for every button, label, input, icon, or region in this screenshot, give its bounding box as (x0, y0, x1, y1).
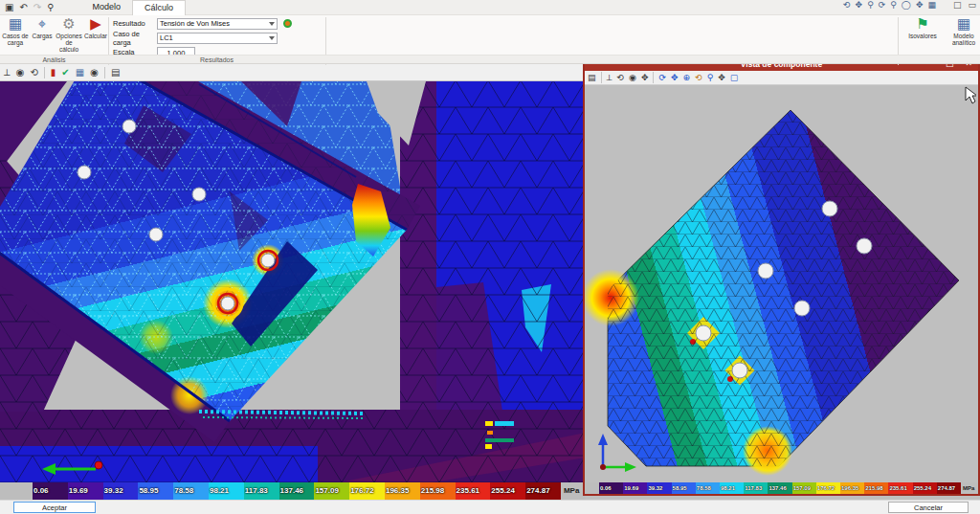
colorbar-segment: 98.21 (209, 482, 244, 500)
calculate-button-label: Calcular (82, 33, 109, 39)
toolbar-separator (653, 72, 654, 83)
zoom-in-icon[interactable]: ⚲ (867, 1, 874, 10)
colorbar-segment: 235.61 (456, 482, 491, 500)
colorbar-segment: 157.09 (792, 482, 816, 494)
analytical-model-button-icon: ▦ (944, 17, 980, 32)
results-group-label: Resultados (108, 56, 325, 63)
quick-access-toolbar: ▣↶↷⚲ (0, 3, 55, 12)
isovalues-button-label: Isovalores (902, 33, 943, 39)
orbit-icon[interactable]: ⟲ (695, 74, 702, 82)
result-select-value: Tensión de Von Mises (160, 19, 230, 28)
tab-modelo[interactable]: Modelo (81, 0, 133, 15)
component-view-window[interactable]: Vista de componente □✕ ▤⟂⟲◉✥⟳✥⊕⟲⚲✥▢ (583, 55, 980, 496)
calculate-button-icon: ▶ (82, 17, 109, 32)
colorbar-unit: MPa (961, 482, 978, 494)
calc-options-button[interactable]: ⚙Opciones de cálculo (56, 16, 82, 54)
colorbar-segment: 19.69 (68, 482, 103, 500)
main-3d-viewport[interactable] (0, 81, 586, 500)
save-icon[interactable]: ▣ (5, 3, 13, 12)
form-icon[interactable]: ▤ (588, 74, 596, 82)
rotate-icon[interactable]: ⟲ (617, 74, 625, 82)
colorbar-segment: 196.35 (385, 482, 420, 500)
colorbar-segment: 78.58 (173, 482, 209, 500)
refresh-icon[interactable]: ⟳ (879, 1, 886, 10)
export-view-icon[interactable]: ▤ (111, 68, 120, 78)
eye-icon[interactable]: ◉ (629, 74, 636, 82)
colorbar-segment: 235.61 (888, 482, 912, 494)
load-cases-button[interactable]: ▦Casos de carga (2, 16, 29, 54)
colorbar-lead (0, 482, 33, 500)
load-case-select[interactable]: LC1 (157, 33, 278, 44)
accept-button[interactable]: Aceptar (13, 502, 96, 513)
component-stress-color-scale: 0.0619.6939.3258.9578.5898.21117.83137.4… (585, 482, 978, 494)
triad-icon[interactable]: ⟂ (607, 74, 612, 82)
rotate-view-icon[interactable]: ⟳ (658, 74, 666, 82)
loads-button[interactable]: ⌖Cargas (29, 16, 56, 54)
ribbon: ▦Casos de carga⌖Cargas⚙Opciones de cálcu… (0, 15, 980, 55)
result-status-icon (283, 19, 292, 28)
eye-icon[interactable]: ◉ (90, 68, 99, 78)
panel-icon[interactable]: ▭ (968, 1, 976, 10)
sphere-view-icon[interactable]: ◯ (902, 1, 911, 10)
toolbar-separator (104, 67, 105, 78)
colorbar-segment: 39.32 (647, 482, 671, 494)
component-plate-scene (585, 85, 976, 481)
zoom-extents-icon[interactable]: ✥ (671, 74, 679, 82)
component-view-canvas[interactable] (585, 85, 978, 482)
result-select-label: Resultado (113, 19, 157, 28)
capture-icon[interactable]: ▦ (927, 1, 936, 10)
colorbar-segment: 274.87 (937, 482, 961, 494)
redo-icon[interactable]: ↷ (33, 3, 41, 12)
search-icon[interactable]: ⚲ (47, 3, 54, 12)
load-case-select-row: Caso de cargaLC1 (113, 32, 278, 44)
orbit-icon[interactable]: ⟲ (30, 68, 37, 78)
load-cases-button-label: Casos de carga (2, 33, 29, 46)
fea-scene (0, 81, 586, 500)
colorbar-segment: 196.35 (840, 482, 864, 494)
move-icon[interactable]: ✥ (641, 74, 649, 82)
maximize-icon[interactable]: □ (953, 1, 962, 10)
colorbar-segment: 255.24 (913, 482, 937, 494)
result-select[interactable]: Tensión de Von Mises (157, 18, 278, 30)
colorbar-segment: 39.32 (103, 482, 139, 500)
zoom-window-icon[interactable]: ⚲ (707, 74, 714, 82)
window-controls: □▭ (953, 1, 976, 10)
colorbar-segment: 58.95 (672, 482, 696, 494)
load-case-select-label: Caso de carga (113, 30, 157, 47)
rotate-icon[interactable]: ⟲ (843, 1, 851, 10)
triad-icon[interactable]: ⟂ (4, 68, 11, 78)
calculate-button[interactable]: ▶Calcular (82, 16, 109, 54)
loads-button-icon: ⌖ (29, 17, 56, 32)
view-orient-icon[interactable]: ◉ (16, 68, 25, 78)
calc-options-button-icon: ⚙ (56, 17, 82, 32)
cancel-button[interactable]: Cancelar (888, 502, 969, 513)
toolbar-separator (44, 67, 45, 78)
zoom-window-icon[interactable]: ⚲ (890, 1, 897, 10)
colorbar-segment: 215.98 (420, 482, 456, 500)
undo-icon[interactable]: ↶ (19, 3, 27, 12)
colorbar-segment: 78.58 (696, 482, 720, 494)
isovalues-button-icon: ⚑ (902, 17, 943, 32)
colorbar-segment: 58.95 (138, 482, 173, 500)
chevron-down-icon (269, 22, 275, 26)
colorbar-segment: 137.46 (279, 482, 315, 500)
colorbar-segment: 98.21 (720, 482, 744, 494)
app-titlebar: ▣↶↷⚲ ModeloCálculo ⟲✥⚲⟳⚲◯✥▦ □▭ (0, 0, 980, 15)
pan-icon[interactable]: ✥ (916, 1, 924, 10)
colorbar-segment: 117.83 (744, 482, 768, 494)
pan-icon[interactable]: ✥ (718, 74, 725, 82)
check-grid-icon[interactable]: ✔ (61, 68, 69, 78)
monitor-icon[interactable]: ▢ (730, 74, 739, 82)
colorbar-lead (585, 482, 599, 494)
zoom-extents-icon[interactable]: ✥ (856, 1, 863, 10)
report-icon[interactable]: ▮ (51, 68, 56, 78)
load-case-select-value: LC1 (160, 34, 173, 42)
tab-calculo[interactable]: Cálculo (132, 0, 186, 15)
colorbar-segment: 274.87 (525, 482, 561, 500)
isovalues-button[interactable]: ⚑Isovalores (902, 16, 943, 54)
table-icon[interactable]: ▦ (76, 68, 84, 78)
zoom-in-icon[interactable]: ⊕ (683, 74, 691, 82)
view-shortcut-icons: ⟲✥⚲⟳⚲◯✥▦ (843, 1, 936, 10)
calc-options-button-label: Opciones de cálculo (56, 33, 82, 53)
analytical-model-button[interactable]: ▦Modelo analítico (944, 16, 980, 54)
